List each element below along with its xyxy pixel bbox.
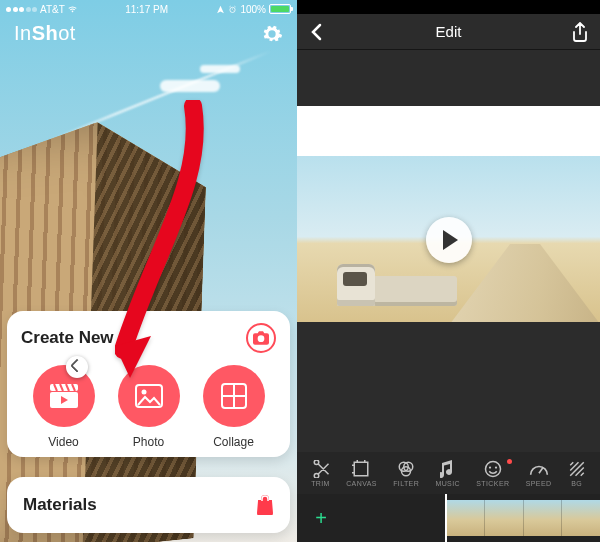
scissors-icon: [312, 460, 330, 478]
app-logo: InShot: [14, 22, 76, 45]
svg-point-4: [141, 390, 146, 395]
sticker-icon: [484, 460, 502, 478]
tool-sticker[interactable]: STICKER: [476, 460, 509, 487]
filter-icon: [397, 460, 415, 478]
signal-strength-icon: [6, 7, 37, 12]
create-video-button[interactable]: Video: [33, 365, 95, 449]
clock: 11:17 PM: [125, 4, 168, 15]
share-button[interactable]: [572, 22, 588, 42]
svg-point-10: [485, 461, 500, 476]
back-button[interactable]: [309, 23, 323, 41]
chevron-left-icon: [309, 23, 323, 41]
tool-trim[interactable]: TRIM: [311, 460, 330, 487]
clip-track[interactable]: [445, 500, 600, 536]
collage-icon: [221, 383, 247, 409]
tool-bg[interactable]: BG: [568, 460, 586, 487]
status-bar: [297, 0, 600, 14]
bg-icon: [568, 460, 586, 478]
tool-speed[interactable]: SPEED: [526, 460, 552, 487]
tool-music[interactable]: MUSIC: [435, 460, 460, 487]
action-label: Video: [48, 435, 78, 449]
tool-canvas[interactable]: CANVAS: [346, 460, 377, 487]
materials-title: Materials: [23, 495, 97, 515]
action-label: Collage: [213, 435, 254, 449]
materials-card[interactable]: Materials: [7, 477, 290, 533]
create-title: Create New: [21, 328, 114, 348]
edit-screen: Edit TRIM CANVAS FILTER: [297, 0, 600, 542]
location-icon: [216, 5, 225, 14]
play-button[interactable]: [426, 217, 472, 263]
canvas-icon: [352, 460, 370, 478]
add-clip-button[interactable]: +: [305, 502, 337, 534]
action-label: Photo: [133, 435, 164, 449]
notification-dot-icon: [507, 459, 512, 464]
image-icon: [135, 384, 163, 408]
tap-indicator-icon: [66, 356, 88, 378]
status-bar: AT&T 11:17 PM 100%: [0, 0, 297, 18]
speed-icon: [529, 460, 549, 478]
create-photo-button[interactable]: Photo: [118, 365, 180, 449]
edit-toolbar: TRIM CANVAS FILTER MUSIC STICKER SPEED B…: [297, 452, 600, 494]
canvas-area: [297, 50, 600, 452]
timeline[interactable]: + TOTAL 0:00: [297, 494, 600, 542]
page-title: Edit: [297, 23, 600, 40]
svg-point-11: [489, 466, 491, 468]
alarm-icon: [228, 5, 237, 14]
video-preview[interactable]: [297, 156, 600, 324]
svg-point-12: [495, 466, 497, 468]
share-icon: [572, 22, 588, 42]
home-screen: AT&T 11:17 PM 100% InShot Create New: [0, 0, 297, 542]
edit-header: Edit: [297, 14, 600, 50]
camera-icon: [253, 331, 269, 345]
shop-icon: [256, 495, 274, 515]
create-collage-button[interactable]: Collage: [203, 365, 265, 449]
tool-filter[interactable]: FILTER: [393, 460, 419, 487]
settings-button[interactable]: [261, 23, 283, 45]
playhead[interactable]: [445, 494, 447, 542]
camera-button[interactable]: [246, 323, 276, 353]
svg-rect-6: [355, 462, 369, 476]
music-icon: [440, 460, 456, 478]
app-header: InShot: [0, 22, 297, 45]
battery-icon: [269, 4, 291, 14]
create-new-card: Create New Video: [7, 311, 290, 457]
background-photo: [0, 0, 297, 542]
wifi-icon: [68, 5, 77, 14]
carrier-label: AT&T: [40, 4, 65, 15]
battery-percent: 100%: [240, 4, 266, 15]
clapperboard-icon: [49, 383, 79, 409]
gear-icon: [261, 23, 283, 45]
